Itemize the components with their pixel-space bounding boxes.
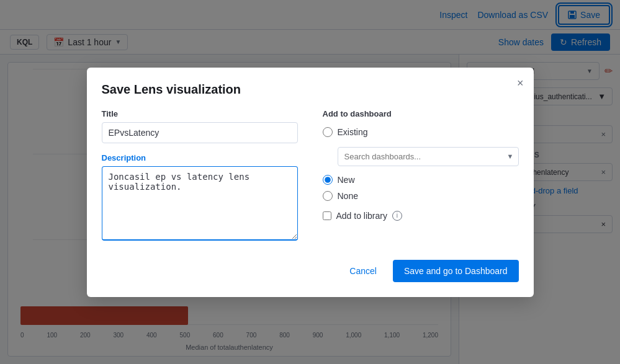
- new-radio-item[interactable]: New: [323, 175, 519, 185]
- modal-body: Title Description Joncasil ep vs latency…: [102, 109, 519, 242]
- info-icon[interactable]: i: [392, 211, 402, 221]
- modal-right-column: Add to dashboard Existing ▼ New: [323, 109, 519, 242]
- title-label: Title: [102, 109, 298, 118]
- modal-footer: Cancel Save and go to Dashboard: [102, 260, 519, 282]
- modal-title: Save Lens visualization: [102, 82, 519, 97]
- save-and-go-to-dashboard-button[interactable]: Save and go to Dashboard: [393, 260, 519, 282]
- add-to-dashboard-label: Add to dashboard: [323, 109, 519, 118]
- search-dashboard-wrapper: ▼: [338, 147, 519, 166]
- title-input[interactable]: [102, 122, 298, 143]
- cancel-button[interactable]: Cancel: [341, 261, 385, 281]
- modal-backdrop: × Save Lens visualization Title Descript…: [0, 0, 620, 364]
- none-radio-item[interactable]: None: [323, 191, 519, 201]
- add-to-library-checkbox[interactable]: [323, 211, 331, 220]
- add-to-library-row: Add to library i: [323, 211, 519, 221]
- existing-radio[interactable]: [323, 127, 333, 137]
- modal-close-button[interactable]: ×: [517, 78, 524, 89]
- modal-left-column: Title Description Joncasil ep vs latency…: [102, 109, 298, 242]
- existing-radio-item[interactable]: Existing: [323, 127, 519, 137]
- radio-group: Existing ▼ New None: [323, 127, 519, 201]
- save-lens-modal: × Save Lens visualization Title Descript…: [87, 68, 534, 297]
- description-label: Description: [102, 153, 298, 162]
- description-textarea[interactable]: Joncasil ep vs latency lens visualizatio…: [102, 166, 298, 241]
- new-radio[interactable]: [323, 175, 333, 185]
- search-dashboards-input[interactable]: [338, 147, 519, 166]
- none-radio[interactable]: [323, 191, 333, 201]
